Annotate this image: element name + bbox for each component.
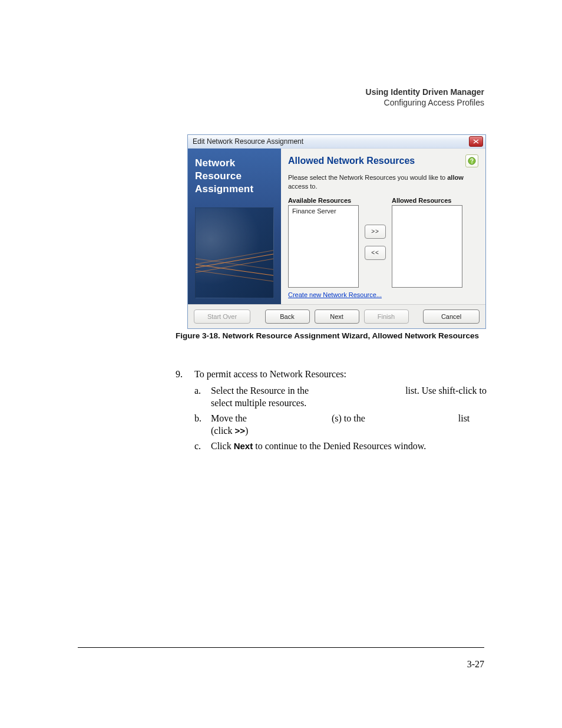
move-right-button[interactable]: >> [365, 225, 386, 239]
substep-label: b. [194, 412, 211, 437]
substep-c: Click Next to continue to the Denied Res… [211, 440, 495, 453]
header-title: Using Identity Driven Manager [366, 87, 484, 97]
substep-b: Move the (s) to the list (click >>) [211, 412, 495, 437]
available-resources-list[interactable]: Finance Server [288, 205, 359, 288]
sidebar-decorative-image [195, 207, 274, 298]
figure: Edit Network Resource Assignment Network… [187, 134, 485, 340]
footer-rule [78, 647, 484, 648]
step-number: 9. [176, 368, 183, 381]
next-button[interactable]: Next [315, 309, 359, 324]
instruction-block: 9. To permit access to Network Resources… [177, 368, 495, 455]
close-icon[interactable] [469, 136, 483, 147]
panel-heading: Allowed Network Resources [288, 156, 415, 166]
dialog-window: Edit Network Resource Assignment Network… [187, 134, 486, 329]
help-icon[interactable] [465, 154, 478, 167]
substep-a: Select the Resource in the list. Use shi… [211, 384, 495, 410]
panel-instruction: Please select the Network Resources you … [288, 173, 478, 191]
finish-button[interactable]: Finish [364, 309, 409, 324]
dialog-sidebar: Network Resource Assignment [188, 149, 281, 304]
allowed-label: Allowed Resources [392, 197, 462, 204]
substep-label: c. [194, 440, 211, 453]
page-number: 3-27 [467, 659, 484, 670]
header-subtitle: Configuring Access Profiles [366, 98, 484, 107]
svg-point-1 [471, 162, 472, 163]
dialog-main: Allowed Network Resources Please select … [281, 149, 485, 304]
back-button[interactable]: Back [265, 309, 310, 324]
figure-caption: Figure 3-18. Network Resource Assignment… [176, 331, 494, 340]
running-header: Using Identity Driven Manager Configurin… [366, 87, 484, 107]
list-item[interactable]: Finance Server [291, 207, 356, 215]
create-new-resource-link[interactable]: Create new Network Resource... [288, 291, 478, 298]
move-left-button[interactable]: << [365, 246, 386, 260]
dialog-footer: Start Over Back Next Finish Cancel [188, 304, 485, 328]
dialog-title-text: Edit Network Resource Assignment [193, 135, 303, 148]
cancel-button[interactable]: Cancel [423, 309, 480, 324]
step-lead: To permit access to Network Resources: [194, 368, 495, 381]
substep-label: a. [194, 384, 211, 410]
allowed-resources-list[interactable] [392, 205, 462, 288]
start-over-button[interactable]: Start Over [194, 309, 250, 324]
dialog-titlebar: Edit Network Resource Assignment [188, 135, 485, 149]
available-label: Available Resources [288, 197, 359, 204]
sidebar-title: Network Resource Assignment [195, 157, 274, 196]
